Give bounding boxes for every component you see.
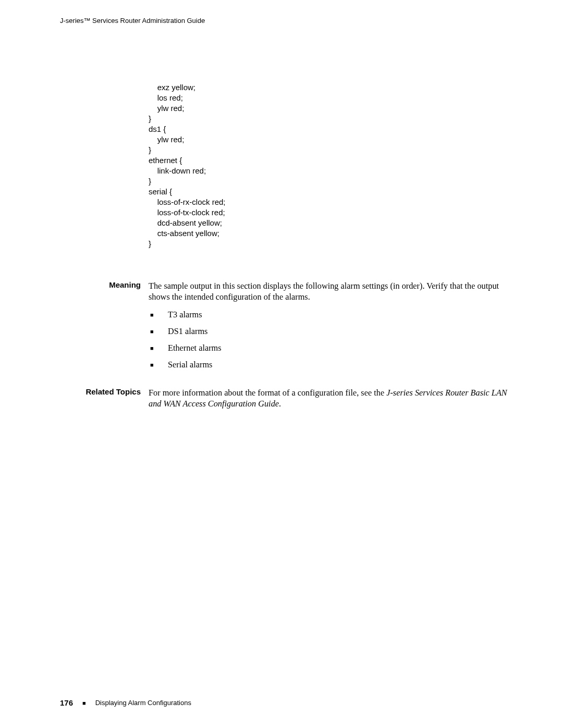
square-bullet-icon: ■: [150, 323, 168, 340]
related-body-suffix: .: [279, 399, 281, 409]
running-header: J-series™ Services Router Administration…: [60, 17, 205, 24]
list-item: ■ T3 alarms: [150, 306, 222, 323]
square-bullet-icon: ■: [150, 340, 168, 356]
list-item: ■ Serial alarms: [150, 356, 222, 373]
list-item-label: DS1 alarms: [168, 323, 207, 340]
list-item: ■ Ethernet alarms: [150, 340, 222, 356]
footer-section-title: Displaying Alarm Configurations: [95, 699, 191, 707]
page-footer: 176 ■ Displaying Alarm Configurations: [60, 698, 191, 707]
page: J-series™ Services Router Administration…: [0, 0, 563, 728]
config-code-block: exz yellow; los red; ylw red; } ds1 { yl…: [149, 82, 226, 249]
related-body-prefix: For more information about the format of…: [149, 388, 386, 398]
related-topics-body: For more information about the format of…: [149, 387, 508, 409]
square-bullet-icon: ■: [150, 356, 168, 373]
list-item-label: Serial alarms: [168, 356, 212, 373]
list-item-label: T3 alarms: [168, 306, 202, 323]
list-item: ■ DS1 alarms: [150, 323, 222, 340]
alarm-list: ■ T3 alarms ■ DS1 alarms ■ Ethernet alar…: [150, 306, 222, 373]
meaning-label: Meaning: [60, 280, 141, 289]
meaning-body: The sample output in this section displa…: [149, 280, 508, 302]
page-number: 176: [60, 698, 73, 707]
square-bullet-icon: ■: [150, 306, 168, 323]
related-topics-label: Related Topics: [60, 387, 141, 396]
list-item-label: Ethernet alarms: [168, 340, 222, 356]
square-bullet-icon: ■: [82, 700, 86, 706]
